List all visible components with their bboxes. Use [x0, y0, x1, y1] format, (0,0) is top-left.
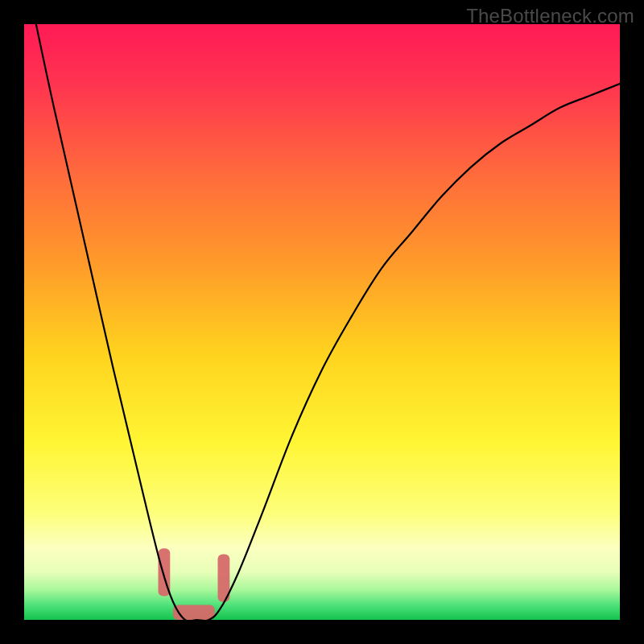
watermark-text: TheBottleneck.com — [466, 5, 634, 27]
bottleneck-curve — [36, 24, 620, 620]
curve-overlay — [24, 24, 620, 620]
